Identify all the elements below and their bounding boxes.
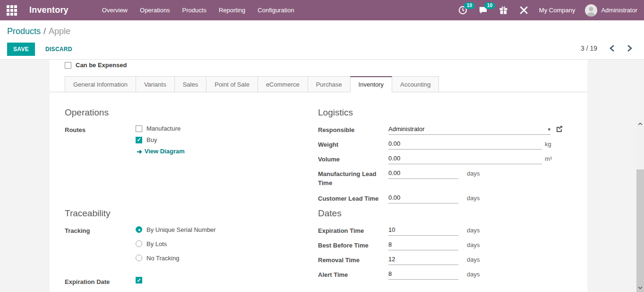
tracking-lots-label[interactable]: By Lots (146, 240, 167, 248)
responsible-value: Administrator (388, 125, 546, 133)
weight-unit: kg (545, 140, 551, 149)
route-manufacture-row: Manufacture (136, 125, 185, 132)
save-button[interactable]: SAVE (7, 43, 35, 56)
tab-point-of-sale[interactable]: Point of Sale (206, 76, 258, 92)
traceability-title: Traceability (65, 208, 292, 219)
routes-label: Routes (65, 125, 136, 134)
apps-grid-icon (7, 5, 17, 16)
messages-button[interactable]: 10 (478, 5, 489, 16)
volume-field[interactable]: 0.00 (388, 154, 542, 164)
content-area: Can be Expensed General Information Vari… (0, 60, 644, 292)
menu-operations[interactable]: Operations (134, 0, 176, 20)
operations-section: Operations Routes Manufacture ✓ Buy ➜ Vi… (65, 107, 292, 159)
pager-next-button[interactable] (627, 45, 632, 52)
activities-button[interactable]: 10 (458, 5, 468, 16)
tab-accounting[interactable]: Accounting (392, 76, 439, 92)
pager-value: 3 / 19 (581, 44, 597, 52)
responsible-open-record-button[interactable] (556, 125, 563, 133)
logistics-section: Logistics Responsible Administrator ▾ We… (318, 107, 575, 208)
user-menu[interactable]: Administrator (585, 4, 637, 17)
tracking-label: Tracking (65, 226, 136, 235)
navbar-systray: 10 10 My Company (458, 4, 644, 17)
tab-purchase[interactable]: Purchase (308, 76, 350, 92)
manufacture-checkbox[interactable] (136, 125, 142, 132)
can-be-expensed-checkbox[interactable] (65, 62, 71, 69)
alert-time-unit: days (467, 270, 480, 279)
responsible-field[interactable]: Administrator ▾ (388, 125, 550, 135)
user-avatar (585, 4, 597, 17)
buy-checkbox[interactable]: ✓ (136, 137, 142, 143)
company-switcher[interactable]: My Company (539, 7, 575, 14)
breadcrumb-separator: / (41, 27, 49, 36)
breadcrumb: Products/Apple (7, 27, 70, 36)
alert-time-field[interactable]: 8 (388, 270, 458, 280)
external-link-icon (556, 125, 563, 132)
best-before-time-label: Best Before Time (318, 240, 388, 250)
scroll-up-button[interactable] (636, 120, 644, 128)
user-name: Administrator (601, 7, 637, 14)
scrollbar-thumb[interactable] (636, 169, 644, 292)
tab-sales[interactable]: Sales (174, 76, 206, 92)
tab-variants[interactable]: Variants (136, 76, 174, 92)
operations-title: Operations (65, 107, 292, 118)
weight-field[interactable]: 0.00 (388, 140, 542, 150)
record-pager: 3 / 19 (581, 44, 632, 52)
best-before-time-field[interactable]: 8 (388, 240, 458, 250)
activity-count-badge: 10 (464, 2, 475, 9)
pager-previous-button[interactable] (610, 45, 615, 52)
menu-configuration[interactable]: Configuration (251, 0, 300, 20)
menu-products[interactable]: Products (176, 0, 213, 20)
customer-lead-time-label: Customer Lead Time (318, 194, 388, 203)
top-navbar: Inventory Overview Operations Products R… (0, 0, 644, 20)
manufacturing-lead-time-unit: days (467, 169, 480, 178)
can-be-expensed-row: Can be Expensed (65, 62, 127, 69)
tracking-lots-radio[interactable] (136, 240, 142, 247)
tab-inventory[interactable]: Inventory (350, 76, 392, 92)
gift-icon (499, 6, 508, 15)
tab-general-information[interactable]: General Information (65, 76, 136, 92)
manufacture-label[interactable]: Manufacture (146, 125, 180, 132)
chevron-left-icon (610, 45, 615, 52)
tracking-none-label[interactable]: No Tracking (146, 255, 179, 262)
menu-overview[interactable]: Overview (96, 0, 134, 20)
scroll-down-button[interactable] (636, 284, 644, 292)
scroll-up-icon (638, 123, 643, 125)
expiration-time-label: Expiration Time (318, 226, 388, 235)
tracking-serial-label[interactable]: By Unique Serial Number (146, 226, 216, 233)
view-diagram-link[interactable]: View Diagram (145, 148, 185, 155)
main-menu: Overview Operations Products Reporting C… (96, 0, 301, 20)
buy-label[interactable]: Buy (146, 136, 157, 143)
logistics-title: Logistics (318, 107, 575, 118)
tracking-none-radio[interactable] (136, 255, 142, 261)
removal-time-unit: days (467, 255, 480, 264)
check-icon: ✓ (137, 137, 141, 142)
expiration-date-checkbox[interactable]: ✓ (136, 277, 142, 283)
breadcrumb-products-link[interactable]: Products (7, 27, 41, 36)
discard-button[interactable]: DISCARD (45, 46, 72, 53)
support-tools-button[interactable] (519, 5, 529, 16)
customer-lead-time-field[interactable]: 0.00 (388, 194, 458, 204)
menu-reporting[interactable]: Reporting (213, 0, 251, 20)
traceability-section: Traceability Tracking By Unique Serial N… (65, 208, 292, 291)
removal-time-field[interactable]: 12 (388, 255, 458, 265)
customer-lead-time-unit: days (467, 194, 480, 203)
scroll-down-icon (638, 286, 643, 289)
arrow-right-icon: ➜ (137, 148, 142, 155)
tracking-serial-radio[interactable] (136, 226, 142, 233)
dropdown-caret-icon[interactable]: ▾ (546, 125, 550, 133)
vertical-scrollbar[interactable] (636, 119, 644, 292)
alert-time-label: Alert Time (318, 270, 388, 279)
tab-ecommerce[interactable]: eCommerce (258, 76, 308, 92)
avatar-silhouette-icon (585, 4, 597, 17)
expiration-time-field[interactable]: 10 (388, 226, 458, 236)
notebook-tabs: General Information Variants Sales Point… (50, 76, 587, 92)
manufacturing-lead-time-field[interactable]: 0.00 (388, 169, 458, 179)
can-be-expensed-label: Can be Expensed (76, 62, 127, 69)
breadcrumb-current: Apple (49, 27, 70, 36)
removal-time-label: Removal Time (318, 255, 388, 265)
dates-section: Dates Expiration Time 10 days Best Befor… (318, 208, 575, 284)
rewards-button[interactable] (498, 5, 509, 16)
apps-menu-button[interactable] (0, 0, 24, 20)
expiration-date-label: Expiration Date (65, 277, 136, 286)
app-title[interactable]: Inventory (29, 5, 69, 15)
